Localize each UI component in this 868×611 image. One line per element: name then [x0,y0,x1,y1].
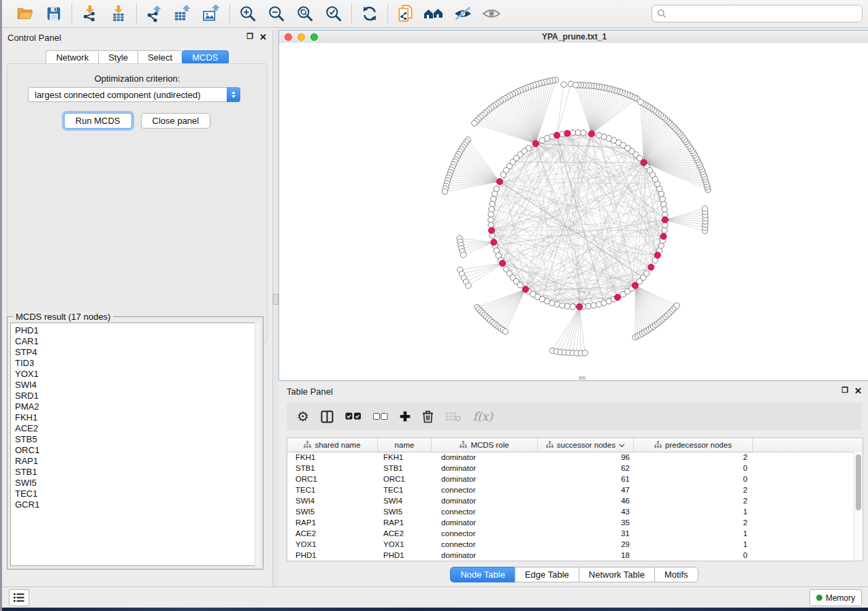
mcds-result-item[interactable]: STB5 [15,434,259,445]
import-table-icon[interactable] [108,3,129,24]
mcds-result-item[interactable]: ORC1 [15,445,259,456]
mcds-result-item[interactable]: CAR1 [15,336,259,347]
network-view-window: YPA_prune.txt_1 [278,30,868,381]
show-columns-icon[interactable] [321,408,334,425]
network-hscroll-thumb[interactable] [579,376,585,380]
column-header-shared-name[interactable]: shared name [287,438,378,452]
export-network-icon[interactable] [144,3,165,24]
column-header-successor-nodes[interactable]: successor nodes [538,438,634,452]
mcds-result-item[interactable]: SWI4 [15,380,259,391]
mcds-result-item[interactable]: GCR1 [15,499,259,510]
show-all-icon[interactable] [481,3,502,24]
duplicate-network-icon[interactable] [395,3,417,24]
search-box[interactable] [652,5,863,22]
tab-motifs[interactable]: Motifs [654,567,698,582]
import-network-icon[interactable] [79,3,101,24]
refresh-icon[interactable] [359,3,381,24]
table-row[interactable]: SWI4SWI4dominator462 [287,495,854,506]
hide-selected-icon[interactable] [452,3,474,24]
delete-column-icon[interactable] [422,408,434,425]
tab-node-table[interactable]: Node Table [450,567,515,582]
table-row[interactable]: FKH1FKH1dominator962 [287,452,854,463]
table-row[interactable]: TEC1TEC1connector472 [287,484,854,495]
column-header-MCDS-role[interactable]: MCDS role [432,438,538,452]
search-input[interactable] [670,8,857,19]
select-all-icon[interactable] [345,408,361,425]
cell: SWI5 [287,508,378,516]
float-panel-icon[interactable]: ❐ [246,32,253,42]
close-table-panel-icon[interactable]: ✕ [854,386,862,396]
mcds-result-item[interactable]: PHD1 [15,325,259,336]
table-row[interactable]: ACE2ACE2connector311 [287,528,854,539]
column-header-name[interactable]: name [378,438,432,452]
table-vscrollbar[interactable] [854,452,863,561]
mcds-result-item[interactable]: ACE2 [15,423,259,434]
cell: 2 [634,453,753,461]
tab-network-table[interactable]: Network Table [579,567,654,582]
cell: YOX1 [378,540,432,548]
table-row[interactable]: ORC1ORC1dominator610 [287,474,854,484]
first-neighbors-icon[interactable] [423,3,445,24]
mcds-result-item[interactable]: STB1 [15,467,259,478]
mcds-result-group: MCDS result (17 nodes) PHD1CAR1STP4TID3Y… [7,316,263,569]
cell: FKH1 [378,453,432,461]
mcds-result-item[interactable]: SWI5 [15,478,259,489]
mcds-result-item[interactable]: PMA2 [15,401,259,412]
cell: 18 [538,551,634,559]
cell: dominator [432,551,538,559]
mcds-result-item[interactable]: TID3 [15,358,259,369]
mcds-result-item[interactable]: YOX1 [15,369,259,380]
tab-style[interactable]: Style [98,50,138,65]
mcds-result-scrollbar[interactable] [255,323,260,566]
table-row[interactable]: YOX1YOX1connector291 [287,539,854,550]
cell: 47 [538,486,634,494]
cell: FKH1 [287,453,378,461]
mcds-result-item[interactable]: TEC1 [15,489,259,499]
cell: RAP1 [378,518,432,527]
mcds-result-item[interactable]: STP4 [15,347,259,358]
mcds-panel [7,63,268,344]
zoom-fit-icon[interactable] [294,3,316,24]
table-panel-title: Table Panel [287,386,333,397]
table-row[interactable]: PHD1PHD1dominator180 [287,550,854,561]
zoom-selected-icon[interactable] [323,3,344,24]
mcds-result-item[interactable]: SRD1 [15,391,259,401]
task-history-button[interactable] [9,589,29,606]
mcds-result-item[interactable]: FKH1 [15,412,259,423]
deselect-all-icon[interactable] [373,408,388,425]
criterion-dropdown[interactable]: largest connected component (undirected) [28,87,240,102]
zoom-in-icon[interactable] [237,3,259,24]
cell: connector [432,508,538,516]
table-row[interactable]: RAP1RAP1dominator352 [287,517,854,528]
network-window-titlebar[interactable]: YPA_prune.txt_1 [279,31,868,44]
network-canvas[interactable] [279,43,868,380]
open-session-icon[interactable] [14,3,36,24]
splitter-grip[interactable] [273,294,278,305]
screen: Control Panel ❐ ✕ NetworkStyleSelectMCDS… [0,0,868,611]
table-row[interactable]: STB1STB1dominator620 [287,463,854,474]
cell: dominator [432,453,538,461]
table-settings-gear-icon[interactable]: ⚙ [297,408,309,425]
tab-select[interactable]: Select [138,50,182,65]
close-panel-button[interactable]: Close panel [141,113,211,129]
cell: SWI4 [287,497,378,505]
close-panel-icon[interactable]: ✕ [259,32,267,42]
run-mcds-button[interactable]: Run MCDS [64,113,132,129]
create-column-icon[interactable]: ✚ [400,408,411,425]
table-row[interactable]: SWI5SWI5connector431 [287,506,854,517]
column-header-predecessor-nodes[interactable]: predecessor nodes [634,438,753,452]
memory-button[interactable]: Memory [809,589,862,606]
mcds-result-list[interactable]: PHD1CAR1STP4TID3YOX1SWI4SRD1PMA2FKH1ACE2… [10,323,260,566]
tab-network[interactable]: Network [46,50,98,65]
table-vscroll-thumb[interactable] [856,455,861,510]
node-table: shared namenameMCDS rolesuccessor nodesp… [287,437,863,561]
cell: connector [432,486,538,494]
mcds-result-item[interactable]: RAP1 [15,456,259,467]
export-image-icon[interactable] [201,3,223,24]
zoom-out-icon[interactable] [266,3,287,24]
save-session-icon[interactable] [43,3,65,24]
tab-mcds[interactable]: MCDS [182,50,228,65]
float-table-panel-icon[interactable]: ❐ [841,386,848,396]
tab-edge-table[interactable]: Edge Table [515,567,579,582]
export-table-icon[interactable] [172,3,194,24]
